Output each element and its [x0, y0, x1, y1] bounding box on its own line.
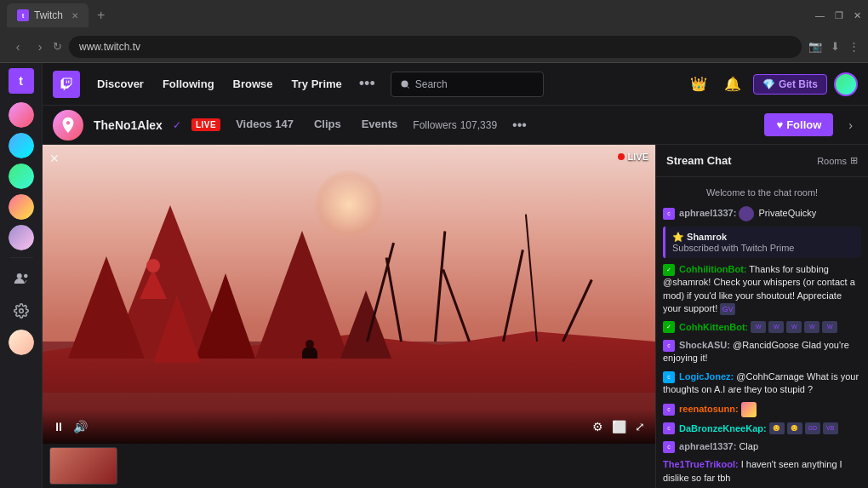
welcome-emote-4: W [804, 321, 819, 333]
thumbnail-1[interactable] [49, 447, 117, 485]
thumbnail-strip [43, 444, 655, 488]
channel-avatar[interactable] [53, 110, 83, 141]
channel-tab-clips[interactable]: Clips [309, 114, 346, 135]
chat-panel: Stream Chat Rooms ⊞ Welcome to the chat … [655, 145, 868, 488]
twitch-logo[interactable] [53, 71, 80, 98]
get-bits-label: Get Bits [779, 78, 818, 90]
fullscreen-button[interactable]: ⤢ [635, 420, 645, 433]
camera-icon[interactable]: 📷 [808, 40, 822, 53]
chat-message-3: c ShockASU: @RancidGoose Glad you're enj… [663, 339, 861, 365]
followers-badge: Followers 107,339 [413, 119, 497, 131]
rooms-button[interactable]: Rooms ⊞ [817, 155, 858, 166]
rooms-label: Rooms [817, 156, 847, 166]
rooms-icon: ⊞ [850, 155, 858, 166]
heart-icon: ♥ [776, 118, 783, 131]
live-badge: LIVE [191, 118, 220, 131]
channel-more-button[interactable]: ••• [507, 118, 532, 133]
browser-tab[interactable]: t Twitch ✕ [7, 3, 89, 27]
msg-user-logic: LogicJonez: [679, 371, 734, 382]
video-player[interactable]: ✕ LIVE ⏸ 🔊 ⚙ ⬜ ⤢ [43, 145, 655, 444]
chat-welcome-message: Welcome to the chat room! [663, 184, 861, 201]
get-bits-button[interactable]: 💎 Get Bits [753, 74, 827, 95]
content-row: ✕ LIVE ⏸ 🔊 ⚙ ⬜ ⤢ [43, 145, 868, 488]
rail-icon-friends[interactable] [6, 263, 37, 294]
channel-tab-events[interactable]: Events [357, 114, 403, 135]
volume-button[interactable]: 🔊 [73, 420, 88, 433]
play-pause-button[interactable]: ⏸ [53, 420, 65, 433]
diamond-icon: 💎 [762, 78, 775, 90]
search-bar[interactable]: Search [391, 72, 544, 97]
bronze-emote-1: 😊 [769, 422, 785, 434]
bell-icon[interactable]: 🔔 [719, 72, 746, 95]
settings-button[interactable]: ⚙ [592, 420, 603, 433]
collapse-icon[interactable]: › [843, 118, 858, 132]
chat-message-1: c aphrael1337: PrivateQuicky [663, 206, 861, 221]
close-button[interactable]: ✕ [854, 10, 861, 21]
rail-avatar-5[interactable] [9, 225, 34, 250]
forward-button[interactable]: › [31, 40, 49, 54]
chat-message-bot-1: ✓ CohhilitionBot: Thanks for subbing @sh… [663, 263, 861, 316]
left-rail: t [0, 63, 43, 488]
rail-icon-settings[interactable] [6, 296, 37, 326]
bronze-emote-2: 😊 [787, 422, 802, 434]
minimize-button[interactable]: — [815, 10, 825, 20]
sun-glow [315, 170, 383, 238]
welcome-emote-1: W [751, 321, 766, 333]
badge-c-1: c [663, 340, 675, 352]
tab-favicon: t [17, 9, 29, 21]
mountain-5 [340, 290, 391, 359]
nav-link-discover[interactable]: Discover [89, 72, 152, 95]
rail-avatar-2[interactable] [9, 133, 34, 158]
refresh-button[interactable]: ↻ [53, 40, 62, 53]
rail-avatar-6[interactable] [9, 330, 34, 355]
download-icon[interactable]: ⬇ [831, 40, 840, 53]
character [302, 347, 317, 359]
crown-icon[interactable]: 👑 [685, 72, 712, 95]
browser-toolbar-icons: 📷 ⬇ ⋮ [808, 40, 859, 53]
cloaked-figure [153, 295, 201, 363]
msg-user-shock: ShockASU: [679, 340, 730, 350]
theater-button[interactable]: ⬜ [612, 420, 626, 433]
bronze-emote-4: VB [823, 422, 838, 434]
verified-icon: ✓ [173, 119, 181, 131]
tab-close-icon[interactable]: ✕ [71, 11, 78, 20]
sub-text: Subscribed with Twitch Prime [672, 243, 794, 253]
nav-link-try-prime[interactable]: Try Prime [283, 72, 351, 95]
msg-avatar-inline [739, 206, 754, 221]
msg-user-trikool: The1TrueTrikool: [663, 459, 739, 469]
twitch-app: t Di [0, 63, 868, 488]
msg-text-clap: Clap [739, 441, 758, 451]
mountain-2 [68, 256, 145, 359]
rail-avatar-1[interactable] [9, 102, 34, 128]
chat-title: Stream Chat [666, 154, 732, 167]
url-bar[interactable]: www.twitch.tv [69, 36, 802, 58]
back-button[interactable]: ‹ [9, 40, 27, 54]
game-scene [43, 145, 655, 444]
follow-button[interactable]: ♥ Follow [764, 113, 833, 136]
followers-count: 107,339 [460, 119, 497, 131]
rail-logo[interactable]: t [9, 68, 34, 94]
chat-message-5: c reenatosunn: [663, 402, 861, 417]
followers-label: Followers [413, 119, 456, 131]
channel-header: TheNo1Alex ✓ LIVE Videos 147 Clips Event… [43, 106, 868, 145]
nav-more-button[interactable]: ••• [352, 72, 382, 96]
msg-user-aphrael1: aphrael1337: [679, 208, 736, 218]
user-avatar[interactable] [834, 72, 858, 96]
restore-button[interactable]: ❐ [835, 10, 843, 21]
msg-text-1: PrivateQuicky [758, 208, 816, 218]
channel-tab-videos[interactable]: Videos 147 [231, 114, 299, 135]
welcome-emote-2: W [768, 321, 784, 333]
svg-point-1 [24, 274, 28, 278]
menu-icon[interactable]: ⋮ [848, 40, 859, 53]
bronze-emote-3: GD [805, 422, 820, 434]
rail-avatar-4[interactable] [9, 194, 34, 220]
badge-c-4: c [663, 422, 675, 434]
video-close-button[interactable]: ✕ [49, 152, 60, 165]
new-tab-button[interactable]: + [97, 8, 105, 23]
badge-c-2: c [663, 371, 675, 383]
nav-link-following[interactable]: Following [154, 72, 223, 95]
msg-user-bronze: DaBronzeKneeKap: [679, 422, 767, 435]
video-controls: ⏸ 🔊 ⚙ ⬜ ⤢ [43, 410, 655, 444]
rail-avatar-3[interactable] [9, 164, 34, 189]
nav-link-browse[interactable]: Browse [225, 72, 282, 95]
